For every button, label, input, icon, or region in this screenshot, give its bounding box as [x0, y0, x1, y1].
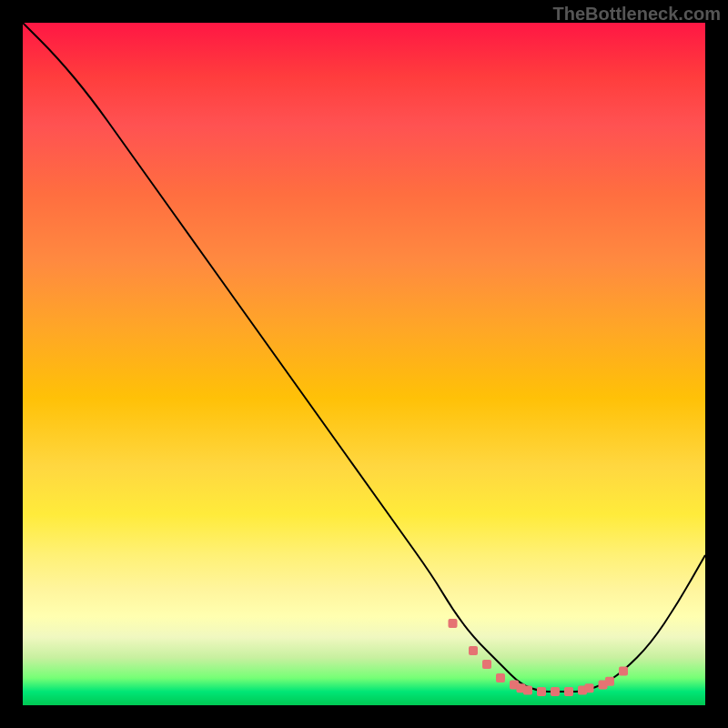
marker-point: [469, 646, 478, 655]
bottleneck-curve-line: [23, 23, 705, 692]
marker-point: [496, 673, 505, 682]
marker-point: [482, 660, 491, 669]
watermark-text: TheBottleneck.com: [553, 4, 721, 25]
marker-point: [449, 619, 458, 628]
chart-svg: [23, 23, 705, 705]
marker-point: [585, 683, 594, 693]
marker-point: [551, 687, 560, 696]
marker-point: [564, 687, 573, 696]
marker-point: [619, 667, 628, 676]
marker-point: [523, 686, 532, 695]
marker-point: [605, 677, 614, 686]
marker-point: [537, 687, 546, 696]
chart-container: [23, 23, 705, 705]
optimal-range-markers: [449, 619, 629, 696]
